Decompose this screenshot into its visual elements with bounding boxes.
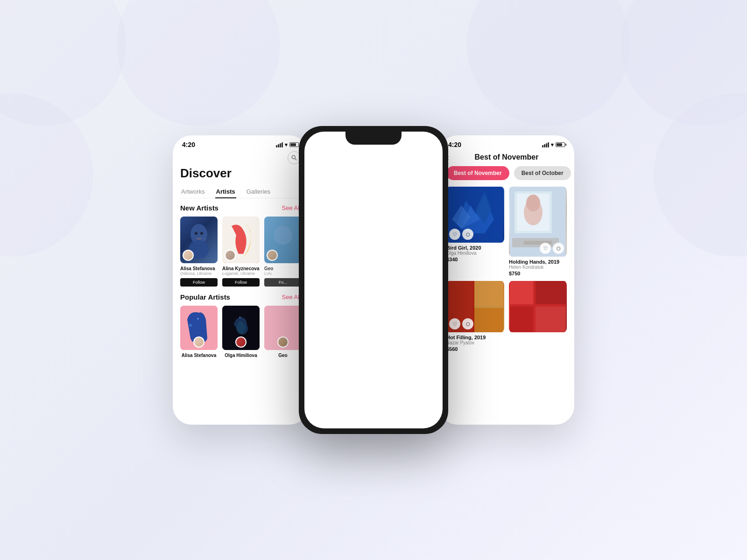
popular-card-3: Geo [264,306,302,358]
artist-name-3: Geo [264,266,302,271]
right-status-bar: 4:20 ▾ [439,135,574,151]
artist-card-2: Alina Kyznecova Lugansk, Ukraine Follow [222,217,260,287]
artwork-img-4 [509,281,567,332]
popular-card-2: Olga Himiliova [222,306,260,358]
artist-location-1: Odessa, Ukraine [180,271,218,276]
artwork-artist-2: Helen Kondratuk [509,265,567,270]
artwork-item-2: ♡ ⬡ Holding Hands, 2019 Helen Kondratuk … [509,187,567,276]
signal-icon [276,142,283,147]
artwork-artist-3: Nazar Pyatov [446,340,504,345]
artwork-2-3d[interactable]: ⬡ [553,243,564,254]
artist-img-1 [180,217,218,263]
svg-point-5 [200,232,203,235]
artwork-price-2: $750 [509,271,567,276]
popular-name-1: Alisa Stefanova [180,353,218,358]
discover-title: Discover [173,166,308,185]
right-status-icons: ▾ [542,142,565,148]
artwork-grid: ♡ ⬡ Bird Girl, 2020 Olga Himiliova $340 [439,187,574,352]
artwork-item-1: ♡ ⬡ Bird Girl, 2020 Olga Himiliova $340 [446,187,504,276]
svg-point-7 [274,226,292,245]
popular-img-2 [222,306,260,350]
artist-location-3: Lviv, [264,271,302,276]
left-phone: 4:20 ▾ Discover Artworks Ar [173,135,308,425]
right-time: 4:20 [448,141,461,148]
svg-line-1 [295,159,297,161]
battery-icon [289,142,299,147]
svg-rect-31 [510,307,533,332]
tab-artworks[interactable]: Artworks [180,185,206,198]
avatar-3 [267,250,278,261]
new-artists-title: New Artists [180,204,218,212]
artwork-price-1: $340 [446,257,504,262]
filter-october[interactable]: Best of October [514,166,571,180]
popular-artists-see-all[interactable]: See All [282,294,301,301]
artwork-1-3d[interactable]: ⬡ [462,229,473,240]
popular-artists-title: Popular Artists [180,293,230,301]
artwork-3-3d[interactable]: ⬡ [462,318,473,329]
svg-point-9 [189,324,192,327]
popular-img-1 [180,306,218,350]
search-icon-row [173,151,308,166]
popular-avatar-3 [277,336,289,348]
left-status-icons: ▾ [276,142,299,148]
artwork-price-3: $560 [446,346,504,352]
follow-button-3[interactable]: Fo... [264,278,302,287]
svg-point-0 [292,155,295,159]
artwork-item-4 [509,281,567,352]
artwork-3-like[interactable]: ♡ [449,318,460,329]
filter-pills: Best of November Best of October [439,166,574,187]
tab-artists[interactable]: Artists [215,185,236,198]
center-phone-inner [304,132,443,428]
svg-rect-32 [536,307,566,332]
phones-container: 4:20 ▾ Discover Artworks Ar [173,126,574,434]
artwork-title-3: Hot Filling, 2019 [446,335,504,340]
right-phone: 4:20 ▾ ‹ Best of November Best of Novemb… [439,135,574,425]
follow-button-2[interactable]: Follow [222,278,260,287]
popular-name-3: Geo [264,353,302,358]
artwork-1-icons: ♡ ⬡ [449,229,473,240]
artist-name-2: Alina Kyznecova [222,266,260,271]
filter-november[interactable]: Best of November [446,166,509,180]
artwork-img-1: ♡ ⬡ [446,187,504,243]
new-artists-header: New Artists See All [173,204,308,217]
left-time: 4:20 [182,141,195,148]
popular-card-1: Alisa Stefanova [180,306,218,358]
popular-avatar-2 [235,336,247,348]
artwork-img-2: ♡ ⬡ [509,187,567,257]
artwork-3-icons: ♡ ⬡ [449,318,473,329]
artist-img-2 [222,217,260,263]
artwork-img-3: ♡ ⬡ [446,281,504,332]
artist-card-3: Geo Lviv, Fo... [264,217,302,287]
phone-notch [345,132,402,145]
popular-avatar-1 [193,336,204,348]
right-nav-header: ‹ Best of November [439,151,574,166]
artwork-title-2: Holding Hands, 2019 [509,259,567,265]
popular-img-3 [264,306,302,350]
svg-point-23 [526,195,540,211]
artist-img-3 [264,217,302,263]
svg-point-12 [239,316,241,318]
artwork-2-like[interactable]: ♡ [540,243,551,254]
svg-point-10 [197,318,199,320]
svg-rect-29 [510,281,533,304]
tabs-row: Artworks Artists Galleries [180,185,301,198]
center-phone [299,126,448,434]
artwork-1-like[interactable]: ♡ [449,229,460,240]
svg-point-4 [195,232,197,235]
follow-button-1[interactable]: Follow [180,278,218,287]
svg-rect-30 [536,281,566,304]
nav-title: Best of November [475,153,539,161]
popular-artists-list: Alisa Stefanova Olga Himiliova [173,306,308,358]
avatar-2 [225,250,236,261]
artwork-2-icons: ♡ ⬡ [540,243,564,254]
artist-card-1: Alisa Stefanova Odessa, Ukraine Follow [180,217,218,287]
new-artists-see-all[interactable]: See All [282,204,301,211]
artist-location-2: Lugansk, Ukraine [222,271,260,276]
tab-galleries[interactable]: Galleries [246,185,271,198]
artwork-item-3: ♡ ⬡ Hot Filling, 2019 Nazar Pyatov $560 [446,281,504,352]
avatar-1 [183,250,194,261]
new-artists-list: Alisa Stefanova Odessa, Ukraine Follow A… [173,217,308,293]
popular-artists-header: Popular Artists See All [173,293,308,306]
right-battery-icon [556,142,565,147]
right-wifi-icon: ▾ [551,142,554,148]
